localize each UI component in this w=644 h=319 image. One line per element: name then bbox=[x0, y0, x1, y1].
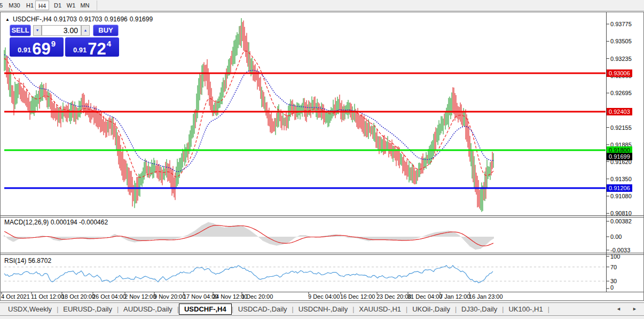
price-tick-label: 0.90810 bbox=[610, 210, 632, 216]
timeframe-button-5[interactable]: 5 bbox=[0, 1, 5, 10]
rsi-tick-label: 0 bbox=[610, 284, 614, 291]
price-tick-label: 0.92695 bbox=[610, 90, 632, 96]
sell-price-pip: 9 bbox=[51, 39, 56, 48]
tab-scroll-left-icon[interactable]: ◄ bbox=[616, 306, 621, 312]
price-tick-label: 0.92155 bbox=[610, 125, 632, 131]
volume-up-icon: ▲ bbox=[84, 28, 88, 32]
rsi-label: RSI(14) 56.8702 bbox=[4, 257, 51, 264]
price-tick-label: 0.91080 bbox=[610, 193, 632, 199]
macd-tick-label: 0.00 bbox=[610, 234, 622, 240]
time-axis-label: 7 Jan 12:00 bbox=[439, 293, 470, 300]
chart-tab-bar: USDX,Weekly|EURUSD-,Daily|AUDUSD-,Daily|… bbox=[0, 302, 644, 316]
time-axis-label: 4 Oct 2021 bbox=[1, 293, 30, 300]
timeframe-button-d1[interactable]: D1 bbox=[51, 1, 64, 10]
tab-separator: | bbox=[548, 306, 549, 313]
collapse-panel-icon[interactable]: ▲ bbox=[5, 17, 10, 22]
window-bottom-strip bbox=[0, 316, 644, 319]
chart-tab-usdcnh[interactable]: USDCNH-,Daily bbox=[294, 304, 352, 315]
ohlc-low: 0.91696 bbox=[104, 15, 127, 23]
ohlc-high: 0.91703 bbox=[79, 15, 102, 23]
volume-down-button[interactable]: ▼ bbox=[33, 25, 42, 36]
ohlc-close: 0.91699 bbox=[130, 15, 153, 23]
time-axis-label: 18 Oct 20:00 bbox=[61, 293, 95, 300]
chart-symbol-title: USDCHF-,H4 bbox=[13, 15, 52, 23]
chart-tab-usdcad[interactable]: USDCAD-,Daily bbox=[233, 304, 292, 315]
volume-input[interactable] bbox=[42, 25, 81, 36]
price-tick-label: 0.93235 bbox=[610, 56, 632, 62]
chart-header: ▲USDCHF-,H40.917030.917030.916960.91699 bbox=[5, 15, 155, 23]
macd-tick-label: -0.0033 bbox=[610, 247, 630, 253]
timeframe-button-w1[interactable]: W1 bbox=[64, 1, 78, 10]
sell-button[interactable]: SELL bbox=[10, 25, 31, 36]
volume-up-button[interactable]: ▲ bbox=[81, 25, 90, 36]
rsi-tick-label: 30 bbox=[610, 278, 617, 284]
time-axis-label: 11 Oct 12:00 bbox=[31, 293, 64, 300]
rsi-tick-label: 100 bbox=[610, 253, 620, 260]
chart-tab-eurusd[interactable]: EURUSD-,Daily bbox=[58, 304, 117, 315]
price-level-badge: 0.91699 bbox=[607, 153, 632, 160]
buy-price-pip: 4 bbox=[107, 39, 111, 48]
toolbar-separator bbox=[97, 1, 97, 10]
mt4-terminal: ▲USDCHF-,H40.917030.917030.916960.91699 … bbox=[0, 0, 644, 319]
buy-button[interactable]: BUY bbox=[93, 25, 119, 36]
volume-down-icon: ▼ bbox=[36, 28, 40, 32]
price-tick-label: 0.93775 bbox=[610, 21, 632, 27]
timeframe-button-m30[interactable]: M30 bbox=[5, 1, 23, 10]
tab-scroll-right-icon[interactable]: ► bbox=[632, 306, 637, 312]
time-axis-label: 2 Nov 12:00 bbox=[124, 293, 156, 300]
time-axis-label: 9 Nov 20:00 bbox=[154, 293, 185, 300]
buy-price-big: 72 bbox=[88, 41, 106, 57]
price-tick-label: 0.91350 bbox=[610, 176, 632, 182]
price-level-badge: 0.93006 bbox=[607, 69, 632, 77]
timeframe-toolbar: 5M30H1H4D1W1MN bbox=[0, 0, 644, 11]
sell-price-big: 69 bbox=[32, 41, 50, 57]
chart-tab-ukoil[interactable]: UKOil-,Daily bbox=[407, 304, 455, 315]
chart-tab-uk100[interactable]: UK100-,H1 bbox=[504, 304, 547, 315]
time-axis-label: 16 Dec 12:00 bbox=[340, 293, 375, 300]
time-axis-label: 26 Oct 04:00 bbox=[92, 293, 126, 300]
chart-tab-usdchf[interactable]: USDCHF-,H4 bbox=[179, 304, 232, 315]
time-axis-label: 31 Dec 04:00 bbox=[407, 293, 442, 300]
time-axis-label: 9 Dec 04:00 bbox=[308, 293, 340, 300]
timeframe-button-h4[interactable]: H4 bbox=[35, 1, 49, 10]
rsi-tick-label: 70 bbox=[610, 264, 617, 270]
ohlc-open: 0.91703 bbox=[54, 15, 77, 23]
price-level-badge: 0.91206 bbox=[607, 184, 632, 192]
chart-tab-xauusd[interactable]: XAUUSD-,H1 bbox=[354, 304, 406, 315]
time-axis-label: 23 Dec 20:00 bbox=[376, 293, 411, 300]
sell-price-prefix: 0.91 bbox=[18, 46, 31, 54]
price-level-badge: 0.92403 bbox=[607, 108, 632, 115]
time-axis-label: 1 Dec 20:00 bbox=[241, 293, 273, 300]
chart-tab-usdx[interactable]: USDX,Weekly bbox=[3, 304, 57, 315]
time-axis-label: 16 Jan 23:00 bbox=[469, 293, 503, 300]
chart-tab-dj30[interactable]: DJ30-,Daily bbox=[457, 304, 502, 315]
macd-label: MACD(12,26,9) 0.000194 -0.000462 bbox=[4, 219, 108, 226]
buy-price-display[interactable]: 0.91 72 4 bbox=[65, 37, 119, 57]
timeframe-button-h1[interactable]: H1 bbox=[23, 1, 36, 10]
buy-price-prefix: 0.91 bbox=[73, 46, 87, 54]
macd-tick-label: 0.00382 bbox=[610, 218, 632, 224]
price-tick-label: 0.93505 bbox=[610, 38, 632, 44]
chart-tab-audusd[interactable]: AUDUSD-,Daily bbox=[119, 304, 177, 315]
sell-price-display[interactable]: 0.91 69 9 bbox=[10, 37, 64, 57]
timeframe-button-mn[interactable]: MN bbox=[78, 1, 92, 10]
